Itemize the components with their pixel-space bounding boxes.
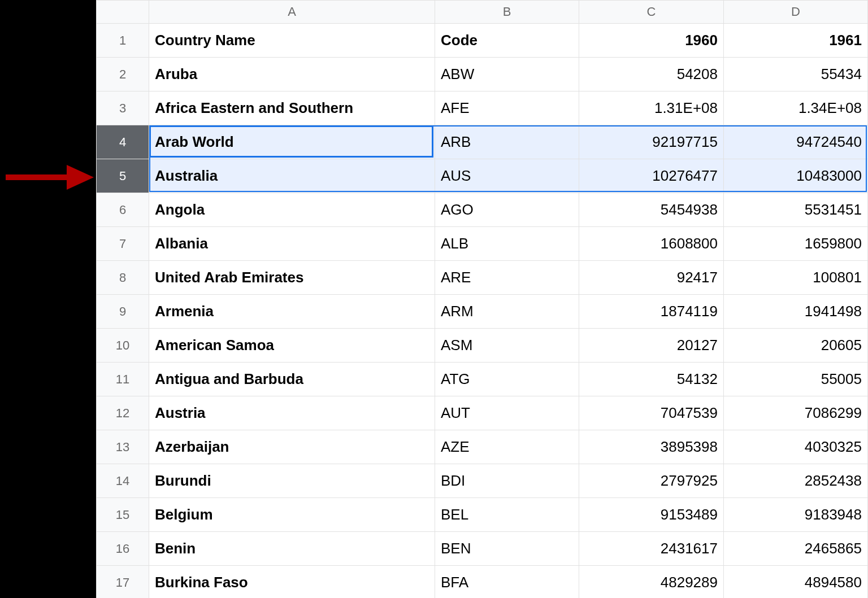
row-header-10[interactable]: 10 [96, 329, 149, 363]
cell-C5[interactable]: 10276477 [579, 159, 724, 193]
cell-D1[interactable]: 1961 [724, 24, 868, 58]
cell-A9[interactable]: Armenia [149, 295, 435, 329]
cell-A17[interactable]: Burkina Faso [149, 566, 435, 598]
cell-A14[interactable]: Burundi [149, 464, 435, 498]
row-header-14[interactable]: 14 [96, 464, 149, 498]
cell-D10[interactable]: 20605 [724, 329, 868, 363]
cell-B14[interactable]: BDI [435, 464, 579, 498]
cell-A8[interactable]: United Arab Emirates [149, 261, 435, 295]
cell-B3[interactable]: AFE [435, 91, 579, 125]
cell-D12[interactable]: 7086299 [724, 396, 868, 430]
cell-A4[interactable]: Arab World [149, 125, 435, 159]
row-header-2[interactable]: 2 [96, 58, 149, 91]
cell-A11[interactable]: Antigua and Barbuda [149, 363, 435, 396]
cell-A15[interactable]: Belgium [149, 498, 435, 532]
cell-B12[interactable]: AUT [435, 396, 579, 430]
cell-C16[interactable]: 2431617 [579, 532, 724, 566]
cell-D14[interactable]: 2852438 [724, 464, 868, 498]
cell-D7[interactable]: 1659800 [724, 227, 868, 261]
row-5: 5 Australia AUS 10276477 10483000 [96, 159, 868, 193]
cell-B1[interactable]: Code [435, 24, 579, 58]
column-header-C[interactable]: C [579, 0, 724, 24]
row-header-5[interactable]: 5 [96, 159, 149, 193]
row-header-7[interactable]: 7 [96, 227, 149, 261]
cell-A13[interactable]: Azerbaijan [149, 430, 435, 464]
row-header-6[interactable]: 6 [96, 193, 149, 227]
cell-D11[interactable]: 55005 [724, 363, 868, 396]
cell-B6[interactable]: AGO [435, 193, 579, 227]
cell-B4[interactable]: ARB [435, 125, 579, 159]
row-header-8[interactable]: 8 [96, 261, 149, 295]
row-header-15[interactable]: 15 [96, 498, 149, 532]
column-header-B[interactable]: B [435, 0, 579, 24]
cell-B11[interactable]: ATG [435, 363, 579, 396]
row-6: 6 Angola AGO 5454938 5531451 [96, 193, 868, 227]
row-header-17[interactable]: 17 [96, 566, 149, 598]
cell-A1[interactable]: Country Name [149, 24, 435, 58]
cell-D17[interactable]: 4894580 [724, 566, 868, 598]
cell-B13[interactable]: AZE [435, 430, 579, 464]
cell-A3[interactable]: Africa Eastern and Southern [149, 91, 435, 125]
cell-A5[interactable]: Australia [149, 159, 435, 193]
cell-D9[interactable]: 1941498 [724, 295, 868, 329]
cell-C17[interactable]: 4829289 [579, 566, 724, 598]
column-header-A[interactable]: A [149, 0, 435, 24]
cell-D15[interactable]: 9183948 [724, 498, 868, 532]
cell-D16[interactable]: 2465865 [724, 532, 868, 566]
cell-B9[interactable]: ARM [435, 295, 579, 329]
cell-C13[interactable]: 3895398 [579, 430, 724, 464]
cell-C12[interactable]: 7047539 [579, 396, 724, 430]
cell-D5[interactable]: 10483000 [724, 159, 868, 193]
row-10: 10 American Samoa ASM 20127 20605 [96, 329, 868, 363]
row-header-9[interactable]: 9 [96, 295, 149, 329]
cell-B17[interactable]: BFA [435, 566, 579, 598]
row-7: 7 Albania ALB 1608800 1659800 [96, 227, 868, 261]
cell-D4[interactable]: 94724540 [724, 125, 868, 159]
cell-A6[interactable]: Angola [149, 193, 435, 227]
cell-A10[interactable]: American Samoa [149, 329, 435, 363]
row-header-1[interactable]: 1 [96, 24, 149, 58]
cell-D6[interactable]: 5531451 [724, 193, 868, 227]
left-black-band [0, 0, 96, 598]
cell-B10[interactable]: ASM [435, 329, 579, 363]
cell-C2[interactable]: 54208 [579, 58, 724, 91]
cell-B16[interactable]: BEN [435, 532, 579, 566]
cell-A16[interactable]: Benin [149, 532, 435, 566]
cell-B2[interactable]: ABW [435, 58, 579, 91]
spreadsheet-grid[interactable]: A B C D 1 Country Name Code 1960 1961 2 … [96, 0, 868, 598]
cell-D8[interactable]: 100801 [724, 261, 868, 295]
row-header-13[interactable]: 13 [96, 430, 149, 464]
cell-C15[interactable]: 9153489 [579, 498, 724, 532]
cell-C3[interactable]: 1.31E+08 [579, 91, 724, 125]
cell-C8[interactable]: 92417 [579, 261, 724, 295]
cell-D3[interactable]: 1.34E+08 [724, 91, 868, 125]
row-header-16[interactable]: 16 [96, 532, 149, 566]
cell-C6[interactable]: 5454938 [579, 193, 724, 227]
cell-C9[interactable]: 1874119 [579, 295, 724, 329]
cell-D13[interactable]: 4030325 [724, 430, 868, 464]
cell-B5[interactable]: AUS [435, 159, 579, 193]
cell-A7[interactable]: Albania [149, 227, 435, 261]
row-16: 16 Benin BEN 2431617 2465865 [96, 532, 868, 566]
cell-A12[interactable]: Austria [149, 396, 435, 430]
row-header-12[interactable]: 12 [96, 396, 149, 430]
select-all-corner[interactable] [96, 0, 149, 24]
row-header-3[interactable]: 3 [96, 91, 149, 125]
cell-A2[interactable]: Aruba [149, 58, 435, 91]
cell-C14[interactable]: 2797925 [579, 464, 724, 498]
cell-C10[interactable]: 20127 [579, 329, 724, 363]
svg-marker-1 [67, 165, 94, 190]
cell-C11[interactable]: 54132 [579, 363, 724, 396]
column-header-D[interactable]: D [724, 0, 868, 24]
cell-B7[interactable]: ALB [435, 227, 579, 261]
row-9: 9 Armenia ARM 1874119 1941498 [96, 295, 868, 329]
cell-B8[interactable]: ARE [435, 261, 579, 295]
cell-B15[interactable]: BEL [435, 498, 579, 532]
row-13: 13 Azerbaijan AZE 3895398 4030325 [96, 430, 868, 464]
row-header-4[interactable]: 4 [96, 125, 149, 159]
cell-C1[interactable]: 1960 [579, 24, 724, 58]
cell-C7[interactable]: 1608800 [579, 227, 724, 261]
row-header-11[interactable]: 11 [96, 363, 149, 396]
cell-C4[interactable]: 92197715 [579, 125, 724, 159]
cell-D2[interactable]: 55434 [724, 58, 868, 91]
